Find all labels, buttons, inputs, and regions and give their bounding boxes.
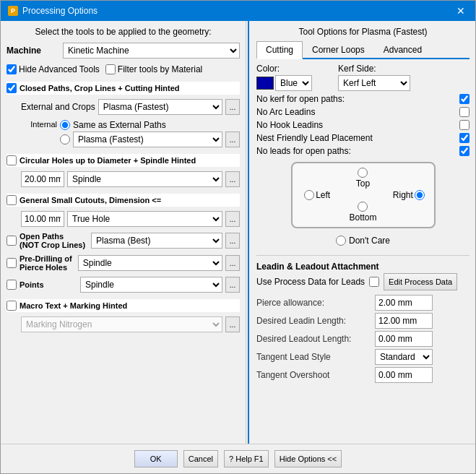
no-arc-checkbox[interactable] bbox=[459, 107, 469, 117]
process-row: Use Process Data for Leads Edit Process … bbox=[256, 273, 469, 290]
tangent-overshoot-row: Tangent Overshoot bbox=[256, 367, 469, 383]
app-icon: P bbox=[8, 6, 18, 16]
circular-holes-select[interactable]: Spindle bbox=[67, 171, 222, 187]
tab-corner-loops[interactable]: Corner Loops bbox=[303, 41, 374, 58]
circular-holes-section: Circular Holes up to Diameter + Spindle … bbox=[7, 154, 240, 167]
tab-cutting[interactable]: Cutting bbox=[256, 41, 303, 59]
machine-select[interactable]: Kinetic Machine bbox=[63, 43, 240, 59]
filter-material-checkbox[interactable] bbox=[105, 64, 116, 74]
no-hook-checkbox[interactable] bbox=[459, 120, 469, 130]
no-kerf-checkbox[interactable] bbox=[459, 94, 469, 104]
nest-friendly-label: Nest Friendly Lead Placement bbox=[256, 133, 456, 143]
left-header: Select the tools to be applied to the ge… bbox=[7, 27, 240, 37]
no-hook-row: No Hook Leadins bbox=[256, 120, 469, 130]
points-checkbox[interactable] bbox=[7, 280, 17, 290]
internal-plasma-row: Plasma (Fastest) ... bbox=[60, 132, 240, 147]
help-button[interactable]: ? Help F1 bbox=[224, 450, 269, 467]
kerf-label: Kerf Side: bbox=[338, 64, 376, 74]
same-as-external-radio[interactable] bbox=[60, 120, 70, 130]
left-option[interactable]: Left bbox=[304, 190, 330, 200]
dont-care-row: Don't Care bbox=[256, 236, 469, 248]
ok-button[interactable]: OK bbox=[134, 450, 178, 467]
hide-advanced-checkbox-label[interactable]: Hide Advanced Tools bbox=[7, 64, 100, 74]
machine-row: Machine Kinetic Machine bbox=[7, 43, 240, 59]
hide-options-button[interactable]: Hide Options << bbox=[274, 450, 342, 467]
color-select[interactable]: Blue bbox=[275, 75, 312, 91]
nest-friendly-checkbox[interactable] bbox=[459, 133, 469, 143]
points-select[interactable]: Spindle bbox=[80, 277, 222, 293]
general-cutouts-dots[interactable]: ... bbox=[225, 211, 240, 227]
open-paths-select[interactable]: Plasma (Best) bbox=[91, 233, 222, 249]
tool-options-title: Tool Options for Plasma (Fastest) bbox=[256, 27, 469, 37]
pre-drilling-checkbox[interactable] bbox=[7, 258, 17, 268]
pre-drilling-select[interactable]: Spindle bbox=[78, 255, 222, 271]
edit-process-btn[interactable]: Edit Process Data bbox=[384, 273, 457, 290]
color-label: Color: bbox=[256, 64, 280, 74]
left-radio[interactable] bbox=[304, 190, 314, 200]
no-kerf-label: No kerf for open paths: bbox=[256, 94, 456, 104]
pre-drilling-labels: Pre-Drilling of Pierce Holes bbox=[20, 254, 72, 272]
general-cutouts-dim[interactable] bbox=[21, 211, 64, 227]
general-cutouts-checkbox[interactable] bbox=[7, 195, 17, 205]
cancel-button[interactable]: Cancel bbox=[183, 450, 218, 467]
right-radio[interactable] bbox=[415, 190, 425, 200]
macro-text-select[interactable]: Marking Nitrogen bbox=[21, 316, 222, 332]
filter-material-label: Filter tools by Material bbox=[118, 64, 202, 74]
closed-paths-checkbox[interactable] bbox=[7, 83, 17, 93]
leadout-input[interactable] bbox=[375, 331, 433, 347]
leadin-row: Desired Leadin Length: bbox=[256, 313, 469, 329]
closed-paths-label: Closed Paths, Crop Lines + Cutting Hinte… bbox=[20, 84, 180, 92]
general-cutouts-label: General Small Cutouts, Dimension <= bbox=[20, 196, 161, 204]
macro-text-dots[interactable]: ... bbox=[225, 316, 240, 332]
circular-holes-label: Circular Holes up to Diameter + Spindle … bbox=[20, 156, 196, 165]
bottom-radio[interactable] bbox=[358, 202, 368, 212]
circular-holes-checkbox[interactable] bbox=[7, 155, 17, 165]
open-paths-sub: (NOT Crop Lines) bbox=[20, 241, 85, 249]
bottom-option[interactable]: Bottom bbox=[349, 202, 376, 223]
use-process-checkbox[interactable] bbox=[369, 277, 379, 287]
title-bar: P Processing Options ✕ bbox=[1, 1, 475, 21]
open-paths-labels: Open Paths (NOT Crop Lines) bbox=[20, 232, 85, 249]
top-radio[interactable] bbox=[358, 168, 368, 178]
no-leads-checkbox[interactable] bbox=[459, 146, 469, 156]
leads-position-box: Top Left Right bbox=[291, 162, 436, 228]
general-cutouts-select[interactable]: True Hole bbox=[67, 211, 222, 227]
open-paths-row: Open Paths (NOT Crop Lines) Plasma (Best… bbox=[7, 232, 240, 249]
nest-friendly-row: Nest Friendly Lead Placement bbox=[256, 133, 469, 143]
close-button[interactable]: ✕ bbox=[454, 4, 468, 18]
tangent-style-select[interactable]: Standard bbox=[375, 349, 433, 365]
internal-dots[interactable]: ... bbox=[225, 132, 240, 147]
pierce-label: Pierce allowance: bbox=[256, 298, 372, 308]
tab-advanced[interactable]: Advanced bbox=[374, 41, 431, 58]
internal-plasma-select[interactable]: Plasma (Fastest) bbox=[73, 132, 222, 147]
leadin-input[interactable] bbox=[375, 313, 433, 329]
kerf-select[interactable]: Kerf Left bbox=[338, 75, 410, 91]
leadin-label: Desired Leadin Length: bbox=[256, 316, 372, 326]
circular-holes-dim[interactable] bbox=[21, 171, 64, 187]
hide-advanced-checkbox[interactable] bbox=[7, 64, 17, 74]
tangent-overshoot-input[interactable] bbox=[375, 367, 433, 383]
internal-plasma-radio[interactable] bbox=[60, 134, 70, 145]
pierce-input[interactable] bbox=[375, 295, 433, 311]
macro-text-section: Macro Text + Marking Hinted bbox=[7, 299, 240, 312]
macro-text-checkbox[interactable] bbox=[7, 301, 17, 311]
tangent-style-row: Tangent Lead Style Standard bbox=[256, 349, 469, 365]
filter-material-checkbox-label[interactable]: Filter tools by Material bbox=[105, 64, 202, 74]
dont-care-radio[interactable] bbox=[336, 236, 346, 246]
top-option[interactable]: Top bbox=[356, 168, 370, 189]
right-panel: Tool Options for Plasma (Fastest) Cuttin… bbox=[251, 21, 475, 444]
open-paths-checkbox[interactable] bbox=[7, 236, 17, 246]
circular-holes-dots[interactable]: ... bbox=[225, 171, 240, 187]
external-crops-dots[interactable]: ... bbox=[225, 99, 240, 115]
macro-text-label: Macro Text + Marking Hinted bbox=[20, 301, 127, 310]
external-crops-select[interactable]: Plasma (Fastest) bbox=[98, 99, 222, 115]
pre-drilling-dots[interactable]: ... bbox=[225, 255, 240, 271]
same-as-external-option[interactable]: Same as External Paths bbox=[60, 120, 240, 130]
open-paths-dots[interactable]: ... bbox=[225, 233, 240, 249]
right-option[interactable]: Right bbox=[393, 190, 425, 200]
dont-care-option[interactable]: Don't Care bbox=[336, 236, 390, 246]
open-paths-label: Open Paths bbox=[20, 232, 85, 241]
points-row: Points Spindle ... bbox=[7, 277, 240, 293]
points-dots[interactable]: ... bbox=[225, 277, 240, 293]
panel-divider bbox=[248, 21, 249, 444]
